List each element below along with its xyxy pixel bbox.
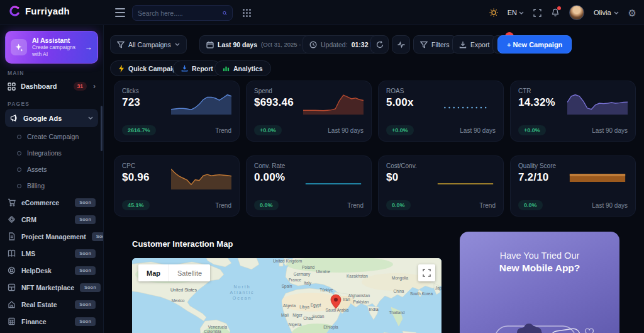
sidebar-item-label: Dashboard [21, 82, 57, 90]
sparkline-chart [303, 91, 364, 116]
kpi-card-roas[interactable]: ROAS 5.00x +0.0% Last 90 days [378, 81, 504, 142]
kpi-change-badge: 2616.7% [122, 125, 156, 135]
sidebar-item-google-ads[interactable]: Google Ads [5, 109, 98, 127]
activity-pulse-button[interactable] [392, 35, 410, 54]
kpi-change-badge: 0.0% [254, 200, 279, 210]
search-icon[interactable] [223, 9, 227, 17]
kpi-card-conv-rate[interactable]: Conv. Rate 0.00% 0.0% Trend [246, 155, 372, 217]
sidebar-scrollbar[interactable] [101, 106, 103, 151]
sidebar-item-ecommerce[interactable]: eCommerce Soon [0, 194, 103, 211]
mobile-app-promo-card[interactable]: Have You Tried Our New Mobile App? [460, 232, 619, 333]
theme-toggle-sun-icon[interactable] [489, 8, 498, 17]
svg-text:Colombia: Colombia [204, 329, 221, 333]
soon-badge: Soon [75, 249, 96, 258]
sidebar-item-create-campaign[interactable]: Create Campaign [0, 128, 103, 145]
kpi-card-cost-conv[interactable]: Cost/Conv. $0 0.0% Trend [378, 155, 504, 217]
fullscreen-icon[interactable] [533, 9, 541, 17]
lightning-icon [118, 65, 125, 72]
svg-text:Kazakhstan: Kazakhstan [347, 274, 368, 278]
kpi-card-clicks[interactable]: Clicks 723 2616.7% Trend [114, 81, 240, 142]
sidebar-item-finance[interactable]: Finance Soon [0, 313, 103, 330]
export-button[interactable]: Export [452, 35, 496, 54]
campaign-filter-dropdown[interactable]: All Campaigns [110, 35, 187, 54]
kpi-change-badge: +0.0% [254, 125, 282, 135]
svg-text:Mongolia: Mongolia [392, 276, 409, 281]
kpi-change-badge: 45.1% [122, 200, 150, 210]
kpi-card-quality-score[interactable]: Quality Score 7.2/10 0.0% Last 90 days [510, 155, 636, 217]
nft-frame-icon [8, 283, 16, 291]
soon-badge: Soon [75, 300, 96, 309]
section-label-pages: PAGES [8, 101, 96, 107]
sidebar-item-label: NFT Marketplace [21, 284, 74, 291]
ai-assistant-card[interactable]: AI Assistant Create campaigns with AI → [5, 31, 98, 64]
svg-text:Ukraine: Ukraine [316, 269, 331, 274]
user-name: Olivia [594, 9, 611, 16]
sidebar-item-label: Integrations [27, 149, 62, 157]
map-type-control[interactable]: Map Satellite [138, 264, 210, 281]
notifications-bell-icon[interactable] [551, 8, 560, 17]
kpi-card-ctr[interactable]: CTR 14.32% +0.0% Last 90 days [510, 81, 636, 142]
kpi-footer: Last 90 days [592, 127, 628, 134]
svg-text:Saudi Arabia: Saudi Arabia [326, 308, 349, 312]
svg-text:Spain: Spain [282, 284, 292, 289]
sidebar-item-dashboard[interactable]: Dashboard 31 › [0, 78, 103, 94]
kpi-card-cpc[interactable]: CPC $0.96 45.1% Trend [114, 155, 240, 217]
chevron-down-icon [88, 116, 93, 120]
sidebar-item-integrations[interactable]: Integrations [0, 145, 103, 161]
user-menu[interactable]: Olivia [594, 9, 619, 16]
chevron-right-icon: › [93, 82, 96, 91]
sidebar-item-crm[interactable]: CRM Soon [0, 211, 103, 228]
svg-text:United Kingdom: United Kingdom [273, 259, 302, 264]
sidebar-item-billing[interactable]: Billing [0, 178, 103, 194]
refresh-button[interactable] [370, 35, 389, 54]
menu-toggle-icon[interactable] [115, 8, 125, 17]
new-campaign-button[interactable]: + New Campaign [497, 35, 572, 54]
fullscreen-icon [423, 269, 431, 277]
bar-chart-icon [223, 65, 230, 72]
apps-grid-icon[interactable] [243, 9, 251, 17]
sidebar-item-label: Create Campaign [27, 133, 79, 140]
sidebar-item-nft-marketplace[interactable]: NFT Marketplace Soon [0, 279, 103, 296]
sidebar-item-label: CRM [21, 216, 36, 223]
sidebar-item-label: Finance [21, 318, 47, 325]
svg-text:Thailand: Thailand [389, 310, 405, 315]
sidebar-item-project-management[interactable]: Project Management Soon [0, 228, 103, 245]
sidebar-item-lms[interactable]: LMS Soon [0, 245, 103, 262]
search-box[interactable] [132, 5, 233, 21]
sidebar-item-helpdesk[interactable]: HelpDesk Soon [0, 262, 103, 279]
arrow-right-icon: → [85, 43, 92, 52]
book-icon [8, 249, 16, 257]
brand-logo[interactable]: Furriyadh [9, 5, 70, 17]
kpi-footer: Trend [215, 127, 231, 134]
map-button[interactable]: Map [138, 264, 169, 281]
sidebar-item-label: Project Management [21, 233, 86, 240]
user-avatar[interactable] [569, 5, 584, 20]
map-fullscreen-button[interactable] [418, 264, 435, 281]
sparkline-chart [567, 91, 628, 116]
soon-badge: Soon [75, 215, 96, 224]
ai-assistant-subtitle: Create campaigns with AI [32, 44, 79, 57]
brand-name: Furriyadh [25, 6, 70, 16]
kpi-change-badge: 0.0% [386, 200, 411, 210]
settings-gear-icon[interactable]: ⚙ [628, 8, 636, 18]
updated-label: Updated: [321, 41, 348, 48]
pulse-icon [397, 41, 405, 48]
sidebar-item-assets[interactable]: Assets [0, 161, 103, 178]
search-input[interactable] [138, 9, 223, 17]
filters-button[interactable]: Filters [413, 35, 457, 54]
kpi-card-spend[interactable]: Spend $693.46 +0.0% Last 90 days [246, 81, 372, 142]
campaign-filter-label: All Campaigns [128, 41, 171, 48]
analytics-button[interactable]: Analytics [214, 60, 271, 76]
quick-action-label: Report [192, 65, 213, 72]
kpi-footer: Last 90 days [460, 127, 496, 134]
bullet-circle-icon [17, 135, 21, 139]
sidebar-item-real-estate[interactable]: Real Estate Soon [0, 296, 103, 313]
kpi-footer: Trend [347, 202, 364, 209]
sidebar-item-label: Real Estate [21, 301, 57, 308]
ai-assistant-title: AI Assistant [32, 37, 79, 44]
svg-text:Pakistan: Pakistan [353, 300, 369, 304]
language-selector[interactable]: EN [508, 9, 524, 16]
satellite-button[interactable]: Satellite [169, 264, 210, 281]
customer-interaction-map[interactable]: United StatesMexicoVenezuelaColombiaUnit… [132, 258, 441, 333]
sparkline-chart [171, 91, 231, 116]
